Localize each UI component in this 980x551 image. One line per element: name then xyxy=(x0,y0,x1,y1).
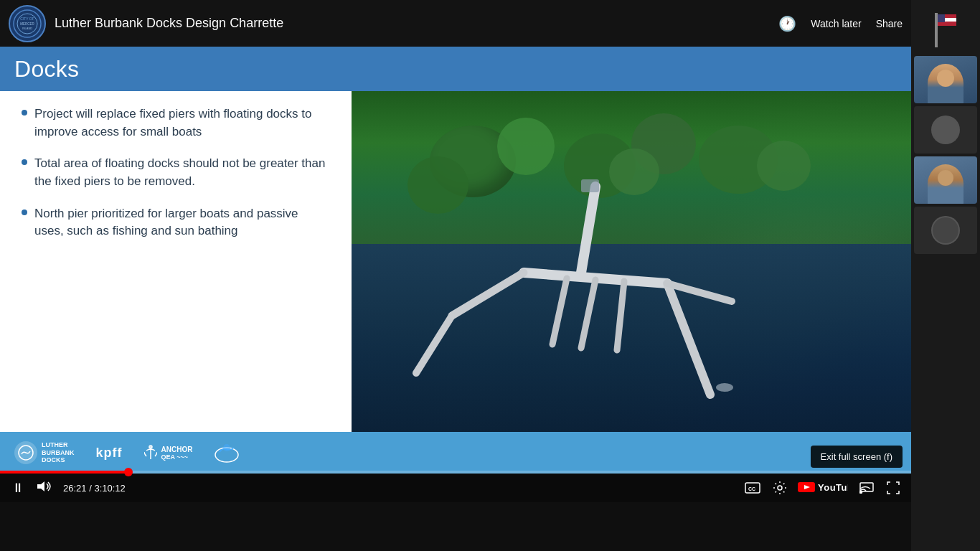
svg-line-16 xyxy=(581,280,595,348)
channel-logo[interactable]: CITY OF MERCER ISLAND xyxy=(9,5,46,42)
sidebar-flag xyxy=(914,6,977,53)
footer-logo-anchor: ANCHOR QEA ~~~ xyxy=(144,445,193,461)
watch-later-button[interactable]: Watch later xyxy=(811,18,861,29)
svg-line-15 xyxy=(552,278,567,344)
slide-aerial-image: Google Earth 100 ft xyxy=(352,91,911,474)
bullet-text-2: Total area of floating docks should not … xyxy=(34,155,330,190)
bullet-2: Total area of floating docks should not … xyxy=(22,155,330,190)
svg-point-32 xyxy=(860,491,862,494)
slide-content: Docks Project will replace fixed piers w… xyxy=(0,47,911,474)
share-button[interactable]: Share xyxy=(876,18,903,29)
bullet-text-1: Project will replace fixed piers with fl… xyxy=(34,105,330,141)
bullet-dot-3 xyxy=(22,209,27,215)
cc-button[interactable]: CC xyxy=(743,482,762,494)
bullet-3: North pier prioritized for larger boats … xyxy=(22,205,330,240)
clock-icon: 🕐 xyxy=(778,15,796,32)
aerial-background: Google Earth 100 ft xyxy=(352,91,911,474)
slide-text-panel: Project will replace fixed piers with fl… xyxy=(0,91,352,474)
lbd-text-2: BURBANK xyxy=(42,449,75,457)
svg-point-25 xyxy=(223,444,230,451)
svg-point-20 xyxy=(716,383,733,392)
svg-line-18 xyxy=(667,283,710,395)
svg-line-11 xyxy=(581,187,595,273)
participant-2-avatar xyxy=(931,116,960,144)
svg-rect-10 xyxy=(938,14,945,22)
video-title: Luther Burbank Docks Design Charrette xyxy=(55,16,778,31)
current-time: 26:21 xyxy=(63,483,87,494)
svg-line-14 xyxy=(416,316,452,373)
sidebar-participants xyxy=(911,0,980,551)
settings-button[interactable] xyxy=(772,481,788,494)
bullet-dot-1 xyxy=(22,110,27,116)
svg-text:MERCER: MERCER xyxy=(20,22,34,26)
lbd-text-3: DOCKS xyxy=(42,456,75,464)
slide-body: Project will replace fixed piers with fl… xyxy=(0,91,911,474)
svg-line-17 xyxy=(617,281,624,350)
youtube-logo: YouTube xyxy=(798,481,848,496)
participant-4[interactable] xyxy=(914,207,977,254)
slide-title: Docks xyxy=(14,56,79,83)
play-pause-button[interactable]: ⏸ xyxy=(10,481,26,496)
top-bar-actions: 🕐 Watch later Share xyxy=(778,15,903,32)
top-bar: CITY OF MERCER ISLAND Luther Burbank Doc… xyxy=(0,0,911,47)
participant-4-avatar xyxy=(931,216,960,245)
progress-dot xyxy=(124,468,133,476)
cast-button[interactable] xyxy=(858,482,875,494)
play-pause-icon: ⏸ xyxy=(11,481,24,496)
progress-bar[interactable] xyxy=(0,471,911,474)
lbd-text-1: LUTHER xyxy=(42,441,75,449)
anchor-text-1: ANCHOR xyxy=(161,446,193,453)
slide-footer: LUTHER BURBANK DOCKS kpff ANCHOR QEA ~~~ xyxy=(0,432,911,474)
footer-logo-kpff: kpff xyxy=(96,446,123,461)
footer-logo-blucoast xyxy=(214,442,240,463)
footer-logo-lbd: LUTHER BURBANK DOCKS xyxy=(14,441,75,464)
dock-illustration xyxy=(395,172,811,430)
controls-right: CC YouTube xyxy=(743,481,901,496)
svg-rect-21 xyxy=(581,179,599,192)
video-player[interactable]: Docks Project will replace fixed piers w… xyxy=(0,47,911,502)
svg-text:ISLAND: ISLAND xyxy=(22,27,33,30)
svg-text:CITY OF: CITY OF xyxy=(20,17,34,21)
progress-fill xyxy=(0,471,128,474)
slide-header: Docks xyxy=(0,47,911,91)
time-display: 26:21 / 3:10:12 xyxy=(63,483,126,494)
volume-icon xyxy=(37,481,52,496)
anchor-text-2: QEA ~~~ xyxy=(161,453,193,461)
svg-text:YouTube: YouTube xyxy=(818,482,848,493)
bullet-1: Project will replace fixed piers with fl… xyxy=(22,105,330,141)
participant-2[interactable] xyxy=(914,106,977,154)
total-time: 3:10:12 xyxy=(94,483,125,494)
svg-rect-5 xyxy=(935,13,938,47)
participant-1[interactable] xyxy=(914,56,977,103)
bullet-dot-2 xyxy=(22,159,27,165)
kpff-text: kpff xyxy=(96,446,123,461)
svg-text:CC: CC xyxy=(748,486,755,491)
exit-fullscreen-button[interactable]: Exit full screen (f) xyxy=(811,446,903,468)
participant-3[interactable] xyxy=(914,156,977,204)
fullscreen-button[interactable] xyxy=(885,481,901,494)
svg-line-13 xyxy=(452,273,524,316)
volume-button[interactable] xyxy=(36,481,53,496)
video-controls: ⏸ 26:21 / 3:10:12 CC xyxy=(0,474,911,502)
lbd-icon xyxy=(14,441,37,464)
bullet-text-3: North pier prioritized for larger boats … xyxy=(34,205,330,240)
